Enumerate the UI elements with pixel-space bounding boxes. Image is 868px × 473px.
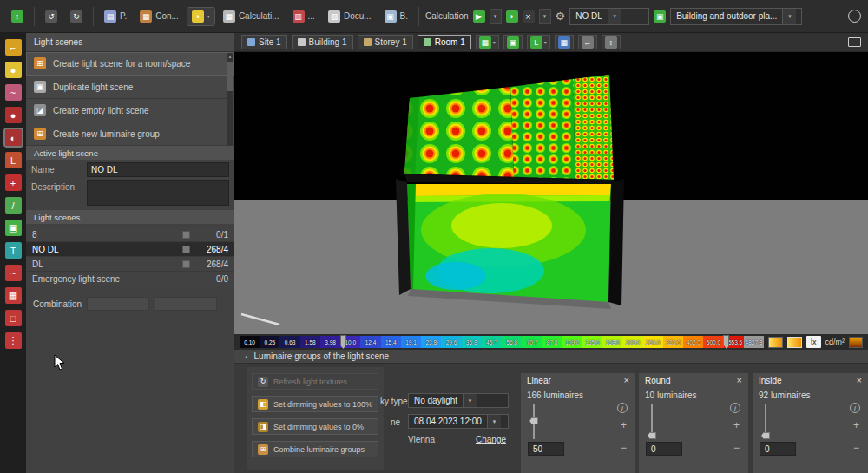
button-combine-groups[interactable]: ⊞Combine luminaire groups: [252, 441, 378, 457]
list-tool[interactable]: ⋮: [5, 332, 22, 349]
scene-select[interactable]: NO DL ▼: [569, 8, 649, 25]
action-new-group[interactable]: ⊞Create new luminaire group: [26, 122, 234, 146]
text-tool[interactable]: T: [5, 242, 22, 259]
calculation-caret[interactable]: ▼: [490, 9, 502, 24]
action-duplicate-scene[interactable]: ▣Duplicate light scene: [26, 76, 234, 99]
sky-type-select[interactable]: No daylight ▼: [408, 393, 509, 408]
unit-lx-button[interactable]: lx: [806, 336, 821, 348]
scroll-up-icon[interactable]: ▲: [227, 53, 233, 61]
breadcrumb-building-1[interactable]: Building 1: [292, 35, 353, 49]
toolbar-views-tool[interactable]: ▣B.: [380, 8, 412, 25]
light-scenes-tool[interactable]: ◐: [5, 129, 22, 146]
toolbar-redo[interactable]: ↻: [66, 8, 87, 25]
breadcrumb-site-1[interactable]: Site 1: [241, 35, 287, 49]
increase-button[interactable]: +: [621, 419, 627, 431]
toolbar-construction-tool[interactable]: ▦Con...: [135, 8, 183, 25]
change-location-link[interactable]: Change: [476, 435, 506, 444]
wave-tool[interactable]: ~: [5, 265, 22, 281]
dimming-slider[interactable]: [533, 404, 535, 439]
viewport-3d[interactable]: [234, 52, 868, 334]
view-select[interactable]: Building and outdoor pla... ▼: [670, 8, 802, 25]
close-icon[interactable]: ×: [624, 375, 629, 385]
light-scene-row[interactable]: 80/1: [26, 227, 234, 242]
lamp-tool[interactable]: ⌐: [5, 39, 22, 56]
status-circle-icon[interactable]: [848, 10, 861, 23]
dimming-slider[interactable]: [651, 404, 653, 439]
gear-icon[interactable]: ⚙: [556, 10, 566, 23]
unit-cdm2-button[interactable]: cd/m²: [825, 338, 845, 346]
description-field[interactable]: [87, 180, 229, 206]
light-scene-row[interactable]: DL268/4: [26, 257, 234, 272]
slider-handle[interactable]: [761, 432, 770, 439]
slider-handle[interactable]: [648, 432, 656, 439]
screen-tool[interactable]: ▣: [5, 220, 22, 236]
corner-tool[interactable]: L: [5, 152, 22, 168]
name-field[interactable]: [87, 162, 229, 177]
frame-tool[interactable]: □: [5, 310, 22, 326]
dimming-value-field[interactable]: 0: [760, 442, 796, 456]
action-empty-scene[interactable]: ◪Create empty light scene: [26, 99, 234, 122]
close-icon[interactable]: ×: [857, 375, 862, 385]
toolbar-documentation-tool[interactable]: ▧Docu...: [324, 8, 376, 25]
blue-view-tool[interactable]: ▦: [555, 35, 574, 49]
edit-tool[interactable]: ~: [5, 84, 22, 101]
info-icon[interactable]: i: [730, 403, 740, 413]
slider-handle[interactable]: [529, 417, 538, 424]
decrease-button[interactable]: −: [853, 442, 859, 454]
view-mode-tool[interactable]: ▦▾: [476, 35, 499, 49]
time-select[interactable]: 08.04.2023 12:00 ▼: [408, 414, 509, 429]
toolbar-export-green[interactable]: ↑: [7, 8, 28, 25]
increase-button[interactable]: +: [853, 419, 859, 431]
dimming-value-field[interactable]: 0: [646, 442, 682, 456]
dimming-value-field[interactable]: 50: [528, 442, 564, 456]
toolbar-light-tool[interactable]: ◗▾: [187, 8, 214, 25]
brush-tool[interactable]: /: [5, 197, 22, 214]
info-icon[interactable]: i: [850, 403, 860, 413]
grid-tool[interactable]: ▦: [5, 287, 22, 304]
separator: [93, 7, 94, 26]
info-icon[interactable]: i: [617, 403, 628, 413]
scene-checkbox[interactable]: [182, 260, 190, 268]
measure-vertical-tool[interactable]: ↕: [602, 35, 621, 49]
toolbar-undo[interactable]: ↺: [41, 8, 62, 25]
stop-calculation-icon[interactable]: ×: [523, 10, 535, 23]
sphere-tool[interactable]: ●: [5, 107, 22, 123]
light-scene-row[interactable]: Emergency light scene0/0: [26, 272, 234, 286]
layer-tool[interactable]: L▾: [527, 35, 550, 49]
button-dim-100[interactable]: ◧Set dimming values to 100%: [252, 396, 378, 412]
stop-caret[interactable]: ▼: [539, 9, 551, 24]
toolbar-calculation-objects-tool[interactable]: ▦Calculati...: [219, 8, 284, 25]
scene-checkbox[interactable]: [182, 231, 190, 239]
decrease-button[interactable]: −: [621, 442, 627, 454]
action-add-scene[interactable]: ⊞Create light scene for a room/space: [26, 52, 234, 76]
start-calculation-icon[interactable]: ▶: [473, 10, 485, 23]
false-color-settings-icon[interactable]: [849, 337, 863, 348]
bulb-tool[interactable]: ●: [5, 62, 22, 78]
toolbar-project-tool[interactable]: ▤P.: [100, 8, 131, 25]
daylight-calc-icon[interactable]: ◗: [506, 10, 518, 23]
button-label: Set dimming values to 100%: [273, 400, 372, 409]
action-list: ⊞Create light scene for a room/space▣Dup…: [26, 52, 234, 146]
false-color-swatch-2[interactable]: [787, 337, 802, 348]
display-mode-tool[interactable]: ▣: [503, 35, 523, 49]
light-scenes-list-title: Light scenes: [34, 213, 80, 222]
toolbar-export-tool[interactable]: ▥...: [288, 8, 319, 25]
wrench-tool[interactable]: +: [5, 174, 22, 191]
button-dim-0[interactable]: ◨Set dimming values to 0%: [252, 418, 378, 435]
action-label: Create light scene for a room/space: [53, 59, 190, 69]
breadcrumb-storey-1[interactable]: Storey 1: [358, 35, 413, 49]
scrollbar[interactable]: ▲: [227, 53, 233, 145]
scene-apply-icon[interactable]: ▣: [654, 10, 666, 23]
breadcrumb-room-1[interactable]: Room 1: [418, 35, 471, 49]
dimming-slider[interactable]: [765, 404, 766, 439]
decrease-button[interactable]: −: [733, 442, 740, 454]
scene-checkbox[interactable]: [182, 246, 190, 253]
false-color-swatch-1[interactable]: [768, 337, 783, 348]
luminaire-groups-header[interactable]: ▴ Luminaire groups of the light scene: [234, 350, 868, 364]
light-scene-row[interactable]: NO DL268/4: [26, 242, 234, 257]
increase-button[interactable]: +: [733, 419, 740, 431]
scrollbar-thumb[interactable]: [227, 62, 233, 91]
measure-horizontal-tool[interactable]: ↔: [578, 35, 597, 49]
close-icon[interactable]: ×: [737, 375, 742, 385]
monitor-icon[interactable]: [848, 37, 861, 47]
